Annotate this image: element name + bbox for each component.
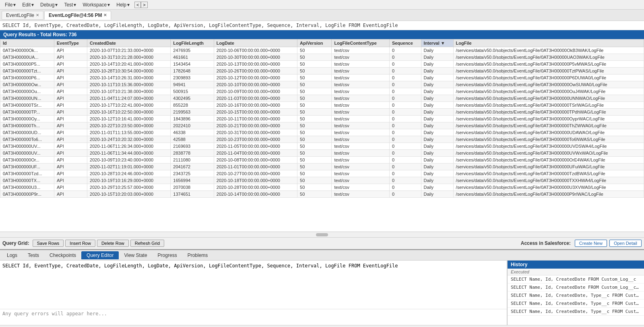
query-editor-input[interactable] xyxy=(0,261,507,309)
table-cell: API xyxy=(54,136,87,143)
menu-test[interactable]: Test ▾ xyxy=(61,1,79,8)
table-cell: 0 xyxy=(389,150,421,157)
history-item[interactable]: SELECT Name, Id, CreatedDate, Type__c FR… xyxy=(508,308,644,316)
table-cell: /services/data/v50.0/sobjects/EventLogFi… xyxy=(453,54,644,61)
table-row[interactable]: 0AT3H000000UN...API2020-11-04T11:24:07.0… xyxy=(0,95,644,102)
menu-edit[interactable]: Edit ▾ xyxy=(19,1,37,8)
table-cell: 2020-10-06T00:00:00.000+0000 xyxy=(214,47,297,54)
column-header-logfile[interactable]: LogFile xyxy=(453,39,644,47)
table-row[interactable]: 0AT3H000000Tzt...API2020-10-28T10:30:54.… xyxy=(0,68,644,75)
table-row[interactable]: 0AT3H00000UA...API2020-10-31T10:21:28.00… xyxy=(0,54,644,61)
table-cell: 0AT3H000000Ow... xyxy=(0,81,54,88)
table-cell: 1782648 xyxy=(171,68,214,75)
table-row[interactable]: 0AT3H000000Ow...API2020-10-11T10:15:36.0… xyxy=(0,81,644,88)
table-cell: 50 xyxy=(297,81,332,88)
table-cell: 2343725 xyxy=(171,170,214,177)
table-row[interactable]: 0AT3H000000Th...API2020-10-22T10:23:50.0… xyxy=(0,122,644,129)
tab-eventlogfile[interactable]: EventLogFile ✕ xyxy=(2,11,43,20)
nav-next-button[interactable]: > xyxy=(141,2,147,8)
table-cell: 2111080 xyxy=(171,157,214,164)
table-row[interactable]: 0AT3H000000UV...API2020-11-06T11:34:44.0… xyxy=(0,150,644,157)
menu-help[interactable]: Help ▾ xyxy=(113,1,133,8)
bottom-tab-progress[interactable]: Progress xyxy=(153,251,182,259)
table-cell: text/csv xyxy=(332,95,390,102)
table-cell: API xyxy=(54,116,87,122)
column-header-logfilecontenttype[interactable]: LogFileContentType xyxy=(332,39,390,47)
create-new-button[interactable]: Create New xyxy=(575,240,607,247)
table-cell: /services/data/v50.0/sobjects/EventLogFi… xyxy=(453,61,644,68)
table-row[interactable]: 0AT3H000000UV...API2020-11-06T11:26:34.0… xyxy=(0,143,644,150)
table-cell: 0AT3H000000U3... xyxy=(0,184,54,191)
column-header-sequence[interactable]: Sequence xyxy=(389,39,421,47)
table-cell: 50 xyxy=(297,157,332,164)
table-cell: 2070038 xyxy=(171,184,214,191)
table-cell: 46338 xyxy=(171,129,214,136)
history-panel: History Executed SELECT Name, Id, Create… xyxy=(507,261,644,325)
open-detail-button[interactable]: Open Detail xyxy=(609,240,642,247)
table-row[interactable]: 0AT3H000000P9r...API2020-10-15T10:20:03.… xyxy=(0,191,644,198)
delete-row-button[interactable]: Delete Row xyxy=(97,240,129,247)
save-rows-button[interactable]: Save Rows xyxy=(33,240,64,247)
table-cell: 855228 xyxy=(171,102,214,109)
table-row[interactable]: 0AT3H000000P5...API2020-10-14T10:20:41.0… xyxy=(0,61,644,68)
table-cell: 2020-10-15T00:00:00.000+0000 xyxy=(214,109,297,116)
insert-row-button[interactable]: Insert Row xyxy=(65,240,95,247)
bottom-tab-query-editor[interactable]: Query Editor xyxy=(81,251,119,259)
bottom-tab-checkpoints[interactable]: Checkpoints xyxy=(44,251,81,259)
table-row[interactable]: 0AT3H000000TX...API2020-10-19T10:16:29.0… xyxy=(0,177,644,184)
table-row[interactable]: 0AT3H000000UD...API2020-11-01T11:13:55.0… xyxy=(0,129,644,136)
history-item[interactable]: SELECT Name, Id, CreatedDate, Type__c FR… xyxy=(508,300,644,308)
bottom-tab-tests[interactable]: Tests xyxy=(23,251,44,259)
history-item[interactable]: SELECT Name, Id, CreatedDate FROM Custom… xyxy=(508,275,644,284)
table-cell: Daily xyxy=(421,191,453,198)
table-row[interactable]: 0AT3H00000Ok...API2020-10-07T10:21:33.00… xyxy=(0,47,644,54)
refresh-grid-button[interactable]: Refresh Grid xyxy=(130,240,164,247)
bottom-tab-logs[interactable]: Logs xyxy=(2,251,23,259)
table-row[interactable]: 0AT3H000000Ou...API2020-10-10T10:21:38.0… xyxy=(0,88,644,95)
table-row[interactable]: 0AT3H000000Oy...API2020-10-12T10:16:41.0… xyxy=(0,116,644,122)
column-header-id[interactable]: Id xyxy=(0,39,54,47)
menu-nav: < > xyxy=(134,2,148,8)
menu-workspace[interactable]: Workspace ▾ xyxy=(79,1,113,8)
table-cell: Daily xyxy=(421,109,453,116)
table-row[interactable]: 0AT3H000000U3...API2020-10-29T10:25:57.0… xyxy=(0,184,644,191)
tab-active-close-icon[interactable]: ✕ xyxy=(103,13,107,17)
history-item[interactable]: SELECT Name, Id, CreatedDate, Type__c FR… xyxy=(508,292,644,300)
menu-file[interactable]: File ▾ xyxy=(2,1,19,8)
table-row[interactable]: 0AT3H000000TP...API2020-10-16T10:22:50.0… xyxy=(0,109,644,116)
column-header-logfilelength[interactable]: LogFileLength xyxy=(171,39,214,47)
table-cell: /services/data/v50.0/sobjects/EventLogFi… xyxy=(453,81,644,88)
tab-eventlogfile-time[interactable]: EventLogFile@4:56 PM ✕ xyxy=(44,11,111,20)
column-header-eventtype[interactable]: EventType xyxy=(54,39,87,47)
table-row[interactable]: 0AT3H000000To6...API2020-10-24T10:20:32.… xyxy=(0,136,644,143)
table-cell: Daily xyxy=(421,143,453,150)
column-header-createddate[interactable]: CreatedDate xyxy=(87,39,171,47)
bottom-tab-view-state[interactable]: View State xyxy=(119,251,152,259)
bottom-tab-problems[interactable]: Problems xyxy=(182,251,213,259)
table-row[interactable]: 0AT3H000000Tzd...API2020-10-28T10:24:46.… xyxy=(0,170,644,177)
table-cell: 2020-10-21T00:00:00.000+0000 xyxy=(214,122,297,129)
table-row[interactable]: 0AT3H000000Or...API2020-10-09T10:23:40.0… xyxy=(0,157,644,164)
tab-close-icon[interactable]: ✕ xyxy=(36,13,39,17)
table-row[interactable]: 0AT3H000000UF...API2020-11-02T11:19:01.0… xyxy=(0,164,644,170)
horizontal-scrollbar[interactable] xyxy=(0,232,644,237)
column-header-apiversion[interactable]: ApiVersion xyxy=(297,39,332,47)
tab-bar: EventLogFile ✕ EventLogFile@4:56 PM ✕ xyxy=(0,10,644,21)
table-row[interactable]: 0AT3H000000P6...API2020-10-14T10:26:31.0… xyxy=(0,75,644,81)
bottom-panel: LogsTestsCheckpointsQuery EditorView Sta… xyxy=(0,249,644,327)
table-cell: 50 xyxy=(297,122,332,129)
table-container[interactable]: IdEventTypeCreatedDateLogFileLengthLogDa… xyxy=(0,39,644,232)
history-item[interactable]: SELECT Name, Id, CreatedDate FROM Custom… xyxy=(508,284,644,292)
error-area: Any query errors will appear here... xyxy=(0,309,507,325)
menu-debug[interactable]: Debug ▾ xyxy=(37,1,61,8)
history-items: SELECT Name, Id, CreatedDate FROM Custom… xyxy=(508,275,644,316)
table-cell: 2020-10-31T10:21:28.000+0000 xyxy=(87,54,171,61)
column-header-interval[interactable]: Interval ▼ xyxy=(421,39,453,47)
table-cell: API xyxy=(54,143,87,150)
column-header-logdate[interactable]: LogDate xyxy=(214,39,297,47)
table-cell: 0 xyxy=(389,75,421,81)
table-cell: 94941 xyxy=(171,81,214,88)
table-row[interactable]: 0AT3H000000TSr...API2020-10-17T10:22:41.… xyxy=(0,102,644,109)
table-cell: 2020-11-06T11:26:34.000+0000 xyxy=(87,143,171,150)
nav-prev-button[interactable]: < xyxy=(134,2,141,8)
